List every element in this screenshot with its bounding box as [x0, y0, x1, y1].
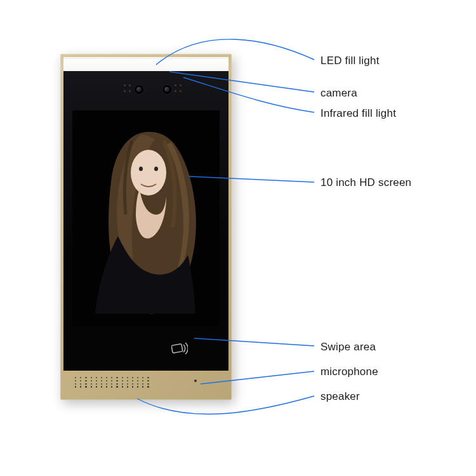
label-screen: 10 inch HD screen — [321, 176, 411, 189]
ir-led-dot — [175, 84, 176, 86]
label-camera: camera — [321, 87, 357, 100]
camera-lens-left — [135, 85, 143, 94]
speaker-grille — [75, 377, 151, 388]
svg-point-3 — [154, 166, 158, 171]
bottom-gold-strip — [63, 371, 228, 396]
ir-led-dot — [175, 90, 176, 92]
ir-led-dot — [124, 90, 126, 92]
display-screen — [72, 110, 220, 326]
camera-sensor-row — [63, 71, 228, 110]
ir-led-dot — [180, 90, 182, 92]
front-black-panel — [63, 71, 228, 371]
card-swipe-icon — [171, 341, 188, 355]
led-fill-light-strip — [63, 57, 228, 71]
label-microphone: microphone — [321, 366, 378, 378]
ir-led-dot — [129, 90, 131, 92]
ir-led-dot — [180, 84, 182, 86]
device-frame — [60, 54, 232, 400]
label-led-fill-light: LED fill light — [321, 55, 380, 67]
svg-rect-4 — [171, 344, 183, 354]
svg-point-1 — [131, 150, 166, 195]
label-speaker: speaker — [321, 390, 360, 403]
camera-lens-right — [162, 85, 171, 94]
swipe-area — [63, 326, 228, 371]
label-infrared-fill-light: Infrared fill light — [321, 107, 396, 120]
label-swipe-area: Swipe area — [321, 341, 376, 354]
screen-sample-portrait — [72, 110, 220, 326]
ir-led-dot — [124, 84, 126, 86]
microphone-hole — [194, 380, 197, 382]
ir-led-dot — [129, 84, 131, 86]
svg-point-2 — [139, 166, 143, 171]
